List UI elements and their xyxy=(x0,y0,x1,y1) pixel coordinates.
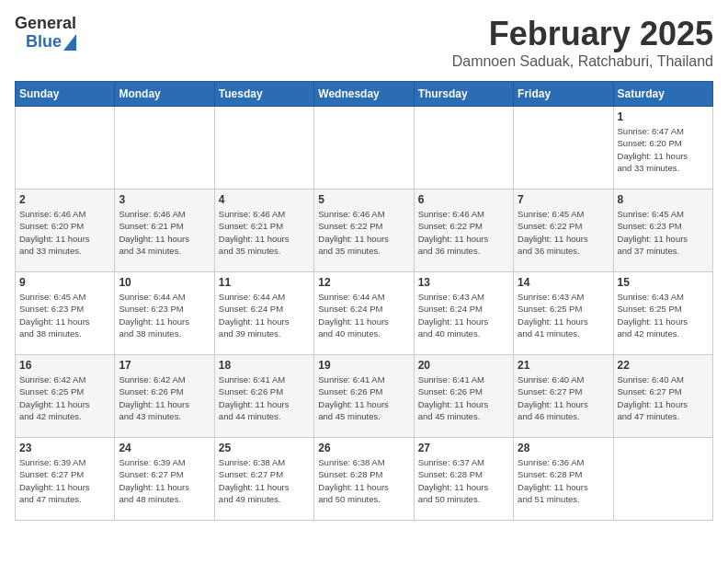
calendar-cell: 17Sunrise: 6:42 AM Sunset: 6:26 PM Dayli… xyxy=(115,355,214,438)
day-info: Sunrise: 6:39 AM Sunset: 6:27 PM Dayligh… xyxy=(119,456,210,505)
weekday-header-tuesday: Tuesday xyxy=(214,82,313,107)
day-number: 8 xyxy=(618,193,709,206)
month-title: February 2025 xyxy=(452,15,713,53)
calendar-cell: 9Sunrise: 6:45 AM Sunset: 6:23 PM Daylig… xyxy=(16,272,115,355)
day-info: Sunrise: 6:40 AM Sunset: 6:27 PM Dayligh… xyxy=(518,373,609,422)
day-info: Sunrise: 6:41 AM Sunset: 6:26 PM Dayligh… xyxy=(318,373,409,422)
day-number: 2 xyxy=(19,193,110,206)
calendar-cell xyxy=(414,107,513,190)
calendar-cell: 2Sunrise: 6:46 AM Sunset: 6:20 PM Daylig… xyxy=(16,190,115,272)
calendar-cell: 20Sunrise: 6:41 AM Sunset: 6:26 PM Dayli… xyxy=(414,355,513,438)
day-number: 24 xyxy=(119,442,210,454)
calendar-cell: 6Sunrise: 6:46 AM Sunset: 6:22 PM Daylig… xyxy=(414,190,513,272)
calendar-cell: 4Sunrise: 6:46 AM Sunset: 6:21 PM Daylig… xyxy=(214,190,313,272)
day-number: 17 xyxy=(119,359,210,372)
weekday-header-thursday: Thursday xyxy=(414,82,513,107)
location-title: Damnoen Saduak, Ratchaburi, Thailand xyxy=(452,53,713,70)
day-info: Sunrise: 6:46 AM Sunset: 6:22 PM Dayligh… xyxy=(318,208,409,257)
calendar-cell: 3Sunrise: 6:46 AM Sunset: 6:21 PM Daylig… xyxy=(115,190,214,272)
weekday-header-monday: Monday xyxy=(115,82,214,107)
svg-marker-0 xyxy=(63,34,76,51)
day-number: 9 xyxy=(19,276,110,289)
day-number: 1 xyxy=(618,110,709,123)
calendar-cell: 15Sunrise: 6:43 AM Sunset: 6:25 PM Dayli… xyxy=(613,272,712,355)
calendar-cell: 19Sunrise: 6:41 AM Sunset: 6:26 PM Dayli… xyxy=(314,355,414,438)
day-info: Sunrise: 6:42 AM Sunset: 6:26 PM Dayligh… xyxy=(119,373,210,422)
weekday-header-wednesday: Wednesday xyxy=(314,82,414,107)
calendar-table: SundayMondayTuesdayWednesdayThursdayFrid… xyxy=(15,81,713,521)
day-number: 7 xyxy=(518,193,609,206)
day-info: Sunrise: 6:45 AM Sunset: 6:23 PM Dayligh… xyxy=(19,291,110,339)
calendar-cell: 22Sunrise: 6:40 AM Sunset: 6:27 PM Dayli… xyxy=(613,355,712,438)
page-header: General Blue February 2025 Damnoen Sadua… xyxy=(15,15,713,70)
day-number: 26 xyxy=(318,442,409,454)
calendar-cell: 12Sunrise: 6:44 AM Sunset: 6:24 PM Dayli… xyxy=(314,272,414,355)
day-info: Sunrise: 6:46 AM Sunset: 6:21 PM Dayligh… xyxy=(119,208,210,257)
weekday-header-sunday: Sunday xyxy=(16,82,115,107)
calendar-cell xyxy=(514,107,613,190)
day-number: 28 xyxy=(518,442,609,454)
calendar-cell: 24Sunrise: 6:39 AM Sunset: 6:27 PM Dayli… xyxy=(115,438,214,521)
calendar-cell: 25Sunrise: 6:38 AM Sunset: 6:27 PM Dayli… xyxy=(214,438,313,521)
day-number: 15 xyxy=(618,276,709,289)
logo-general: General xyxy=(15,15,76,33)
day-number: 12 xyxy=(318,276,409,289)
day-number: 10 xyxy=(119,276,210,289)
calendar-cell: 27Sunrise: 6:37 AM Sunset: 6:28 PM Dayli… xyxy=(414,438,513,521)
day-info: Sunrise: 6:43 AM Sunset: 6:25 PM Dayligh… xyxy=(518,291,609,339)
calendar-cell: 10Sunrise: 6:44 AM Sunset: 6:23 PM Dayli… xyxy=(115,272,214,355)
day-info: Sunrise: 6:46 AM Sunset: 6:20 PM Dayligh… xyxy=(19,208,110,257)
day-info: Sunrise: 6:38 AM Sunset: 6:27 PM Dayligh… xyxy=(219,456,310,505)
day-info: Sunrise: 6:43 AM Sunset: 6:25 PM Dayligh… xyxy=(618,291,709,339)
calendar-row-4: 16Sunrise: 6:42 AM Sunset: 6:25 PM Dayli… xyxy=(16,355,713,438)
calendar-cell: 14Sunrise: 6:43 AM Sunset: 6:25 PM Dayli… xyxy=(514,272,613,355)
day-info: Sunrise: 6:44 AM Sunset: 6:24 PM Dayligh… xyxy=(318,291,409,339)
day-info: Sunrise: 6:47 AM Sunset: 6:20 PM Dayligh… xyxy=(618,125,709,174)
day-info: Sunrise: 6:39 AM Sunset: 6:27 PM Dayligh… xyxy=(19,456,110,505)
weekday-header-saturday: Saturday xyxy=(613,82,712,107)
day-info: Sunrise: 6:38 AM Sunset: 6:28 PM Dayligh… xyxy=(318,456,409,505)
day-info: Sunrise: 6:43 AM Sunset: 6:24 PM Dayligh… xyxy=(418,291,509,339)
calendar-cell: 7Sunrise: 6:45 AM Sunset: 6:22 PM Daylig… xyxy=(514,190,613,272)
calendar-row-5: 23Sunrise: 6:39 AM Sunset: 6:27 PM Dayli… xyxy=(16,438,713,521)
day-info: Sunrise: 6:41 AM Sunset: 6:26 PM Dayligh… xyxy=(418,373,509,422)
calendar-cell: 18Sunrise: 6:41 AM Sunset: 6:26 PM Dayli… xyxy=(214,355,313,438)
calendar-cell: 16Sunrise: 6:42 AM Sunset: 6:25 PM Dayli… xyxy=(16,355,115,438)
calendar-cell: 11Sunrise: 6:44 AM Sunset: 6:24 PM Dayli… xyxy=(214,272,313,355)
calendar-cell: 26Sunrise: 6:38 AM Sunset: 6:28 PM Dayli… xyxy=(314,438,414,521)
day-number: 13 xyxy=(418,276,509,289)
day-info: Sunrise: 6:40 AM Sunset: 6:27 PM Dayligh… xyxy=(618,373,709,422)
calendar-cell: 28Sunrise: 6:36 AM Sunset: 6:28 PM Dayli… xyxy=(514,438,613,521)
day-info: Sunrise: 6:45 AM Sunset: 6:23 PM Dayligh… xyxy=(618,208,709,257)
calendar-cell: 23Sunrise: 6:39 AM Sunset: 6:27 PM Dayli… xyxy=(16,438,115,521)
logo-triangle-icon xyxy=(63,34,76,51)
calendar-cell xyxy=(214,107,313,190)
day-number: 16 xyxy=(19,359,110,372)
day-info: Sunrise: 6:44 AM Sunset: 6:23 PM Dayligh… xyxy=(119,291,210,339)
day-info: Sunrise: 6:45 AM Sunset: 6:22 PM Dayligh… xyxy=(518,208,609,257)
calendar-cell: 1Sunrise: 6:47 AM Sunset: 6:20 PM Daylig… xyxy=(613,107,712,190)
day-number: 14 xyxy=(518,276,609,289)
day-info: Sunrise: 6:42 AM Sunset: 6:25 PM Dayligh… xyxy=(19,373,110,422)
day-number: 3 xyxy=(119,193,210,206)
weekday-header-friday: Friday xyxy=(514,82,613,107)
day-number: 11 xyxy=(219,276,310,289)
calendar-cell: 21Sunrise: 6:40 AM Sunset: 6:27 PM Dayli… xyxy=(514,355,613,438)
calendar-row-1: 1Sunrise: 6:47 AM Sunset: 6:20 PM Daylig… xyxy=(16,107,713,190)
day-number: 18 xyxy=(219,359,310,372)
title-block: February 2025 Damnoen Saduak, Ratchaburi… xyxy=(452,15,713,70)
calendar-cell xyxy=(16,107,115,190)
day-info: Sunrise: 6:46 AM Sunset: 6:22 PM Dayligh… xyxy=(418,208,509,257)
calendar-cell xyxy=(613,438,712,521)
day-number: 6 xyxy=(418,193,509,206)
logo-blue: Blue xyxy=(26,33,62,52)
day-info: Sunrise: 6:36 AM Sunset: 6:28 PM Dayligh… xyxy=(518,456,609,505)
day-info: Sunrise: 6:37 AM Sunset: 6:28 PM Dayligh… xyxy=(418,456,509,505)
day-number: 22 xyxy=(618,359,709,372)
day-number: 4 xyxy=(219,193,310,206)
day-number: 21 xyxy=(518,359,609,372)
day-number: 27 xyxy=(418,442,509,454)
calendar-row-3: 9Sunrise: 6:45 AM Sunset: 6:23 PM Daylig… xyxy=(16,272,713,355)
day-number: 20 xyxy=(418,359,509,372)
calendar-cell: 5Sunrise: 6:46 AM Sunset: 6:22 PM Daylig… xyxy=(314,190,414,272)
